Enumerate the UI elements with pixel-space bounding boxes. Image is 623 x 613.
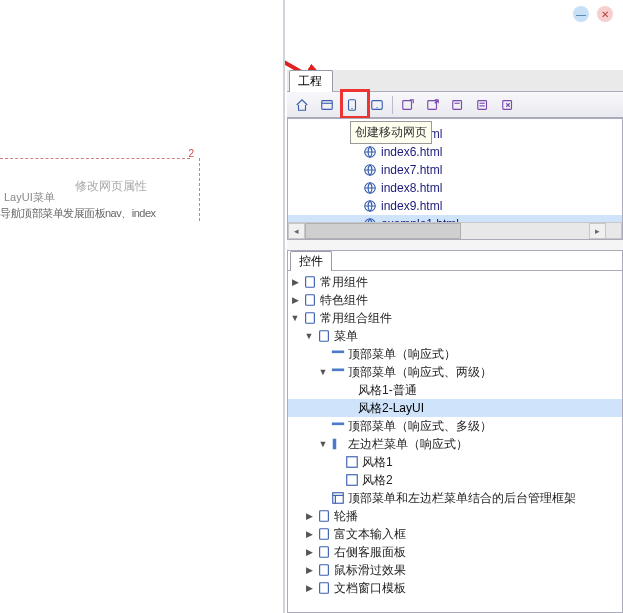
file-item[interactable]: index6.html xyxy=(288,143,622,161)
tree-item-right-service-panel[interactable]: ▶右侧客服面板 xyxy=(288,543,622,561)
svg-point-4 xyxy=(351,107,352,108)
svg-rect-7 xyxy=(403,100,412,109)
component-icon xyxy=(316,527,332,541)
collapse-icon[interactable]: ▼ xyxy=(316,439,330,449)
file-item[interactable]: index9.html xyxy=(288,197,622,215)
html-file-icon xyxy=(363,145,377,159)
close-button[interactable]: ✕ xyxy=(597,6,613,22)
component-icon xyxy=(302,293,318,307)
minimize-button[interactable]: — xyxy=(573,6,589,22)
svg-rect-24 xyxy=(320,331,329,342)
tree-item-doc-window-template[interactable]: ▶文档窗口模板 xyxy=(288,579,622,597)
tree-item-top-menu-responsive[interactable]: 顶部菜单（响应式） xyxy=(288,345,622,363)
menu-bar-icon xyxy=(330,365,346,379)
file-item[interactable]: index7.html xyxy=(288,161,622,179)
tree-item-top-menu-multilevel[interactable]: 顶部菜单（响应式、多级） xyxy=(288,417,622,435)
svg-rect-35 xyxy=(320,529,329,540)
menu-bar-icon xyxy=(330,347,346,361)
anno-modify-label[interactable]: 修改网页属性 xyxy=(75,178,147,195)
tree-item-sidebar-style1[interactable]: 风格1 xyxy=(288,453,622,471)
html-file-icon xyxy=(363,163,377,177)
svg-rect-9 xyxy=(453,100,462,109)
horizontal-scrollbar[interactable]: ◂▸ xyxy=(288,222,606,239)
tree-item-sidebar-style2[interactable]: 风格2 xyxy=(288,471,622,489)
left-pane: 2 LayUI菜单 修改网页属性 导航顶部菜单发展面板nav、index xyxy=(0,0,285,613)
home-icon[interactable] xyxy=(290,95,314,115)
component-icon xyxy=(316,581,332,595)
collapse-icon[interactable]: ▼ xyxy=(316,367,330,377)
tree-item-common-components[interactable]: ▶常用组件 xyxy=(288,273,622,291)
svg-rect-22 xyxy=(306,295,315,306)
anno-bottom-text: 导航顶部菜单发展面板nav、index xyxy=(0,206,156,221)
svg-rect-11 xyxy=(478,100,487,109)
tree-item-carousel[interactable]: ▶轮播 xyxy=(288,507,622,525)
tablet-page-icon[interactable] xyxy=(365,95,389,115)
svg-rect-8 xyxy=(428,100,437,109)
expand-icon[interactable]: ▶ xyxy=(302,565,316,575)
tree-item-combo-components[interactable]: ▼常用组合组件 xyxy=(288,309,622,327)
file-list-area: 创建移动网页 index5.html index6.html index7.ht… xyxy=(287,118,623,240)
file-list: index5.html index6.html index7.html inde… xyxy=(288,119,622,233)
component-icon xyxy=(316,563,332,577)
anno-layui-label: LayUI菜单 xyxy=(4,190,55,205)
tree-item-top-menu-2level[interactable]: ▼顶部菜单（响应式、两级） xyxy=(288,363,622,381)
svg-rect-26 xyxy=(332,369,344,372)
expand-icon[interactable]: ▶ xyxy=(302,583,316,593)
expand-icon[interactable]: ▶ xyxy=(302,511,316,521)
project-toolbar xyxy=(287,92,623,118)
tree-item-special-components[interactable]: ▶特色组件 xyxy=(288,291,622,309)
file-item[interactable]: index5.html xyxy=(288,125,622,143)
menu-bar-icon xyxy=(330,419,346,433)
expand-icon[interactable]: ▶ xyxy=(302,547,316,557)
tooltip-create-mobile: 创建移动网页 xyxy=(350,121,432,144)
style-box-icon xyxy=(344,455,360,469)
tree-item-hover-effect[interactable]: ▶鼠标滑过效果 xyxy=(288,561,622,579)
collapse-icon[interactable]: ▼ xyxy=(302,331,316,341)
component-icon xyxy=(302,275,318,289)
collapse-icon[interactable]: ▼ xyxy=(288,313,302,323)
tree-item-menu[interactable]: ▼菜单 xyxy=(288,327,622,345)
create-mobile-page-icon[interactable] xyxy=(340,95,364,115)
component-icon xyxy=(316,329,332,343)
window-controls: — ✕ xyxy=(573,6,613,22)
controls-panel: 控件 ▶常用组件 ▶特色组件 ▼常用组合组件 ▼菜单 顶部菜单（响应式） ▼顶部… xyxy=(287,250,623,613)
file-item[interactable]: index8.html xyxy=(288,179,622,197)
component-icon xyxy=(302,311,318,325)
annotation-box: 2 LayUI菜单 修改网页属性 导航顶部菜单发展面板nav、index xyxy=(0,156,200,221)
svg-rect-1 xyxy=(322,100,333,109)
svg-rect-25 xyxy=(332,351,344,354)
tree-item-richtext[interactable]: ▶富文本输入框 xyxy=(288,525,622,543)
tree-item-style1-normal[interactable]: 风格1-普通 xyxy=(288,381,622,399)
page-action-4-icon[interactable] xyxy=(471,95,495,115)
style-box-icon xyxy=(344,473,360,487)
svg-rect-34 xyxy=(320,511,329,522)
html-file-icon xyxy=(363,199,377,213)
tree-item-admin-framework[interactable]: 顶部菜单和左边栏菜单结合的后台管理框架 xyxy=(288,489,622,507)
svg-rect-23 xyxy=(306,313,315,324)
expand-icon[interactable]: ▶ xyxy=(288,277,302,287)
tab-controls[interactable]: 控件 xyxy=(290,251,332,271)
page-action-3-icon[interactable] xyxy=(446,95,470,115)
tree-item-left-sidebar-menu[interactable]: ▼左边栏菜单（响应式） xyxy=(288,435,622,453)
svg-rect-21 xyxy=(306,277,315,288)
page-action-5-icon[interactable] xyxy=(496,95,520,115)
controls-tree: ▶常用组件 ▶特色组件 ▼常用组合组件 ▼菜单 顶部菜单（响应式） ▼顶部菜单（… xyxy=(288,271,622,612)
svg-rect-29 xyxy=(347,457,358,468)
expand-icon[interactable]: ▶ xyxy=(288,295,302,305)
project-tab-bar: 工程 xyxy=(287,70,623,92)
svg-rect-28 xyxy=(333,439,337,450)
new-page-icon[interactable] xyxy=(315,95,339,115)
right-pane: 工程 创建移动网页 index5.html index6.html index7… xyxy=(287,70,623,613)
svg-rect-37 xyxy=(320,565,329,576)
svg-rect-14 xyxy=(503,100,512,109)
svg-rect-30 xyxy=(347,475,358,486)
html-file-icon xyxy=(363,181,377,195)
tab-project[interactable]: 工程 xyxy=(289,70,333,92)
page-action-2-icon[interactable] xyxy=(421,95,445,115)
tree-item-style2-layui[interactable]: 风格2-LayUI xyxy=(288,399,622,417)
component-icon xyxy=(316,545,332,559)
sidebar-icon xyxy=(330,437,346,451)
expand-icon[interactable]: ▶ xyxy=(302,529,316,539)
page-action-1-icon[interactable] xyxy=(396,95,420,115)
component-icon xyxy=(316,509,332,523)
